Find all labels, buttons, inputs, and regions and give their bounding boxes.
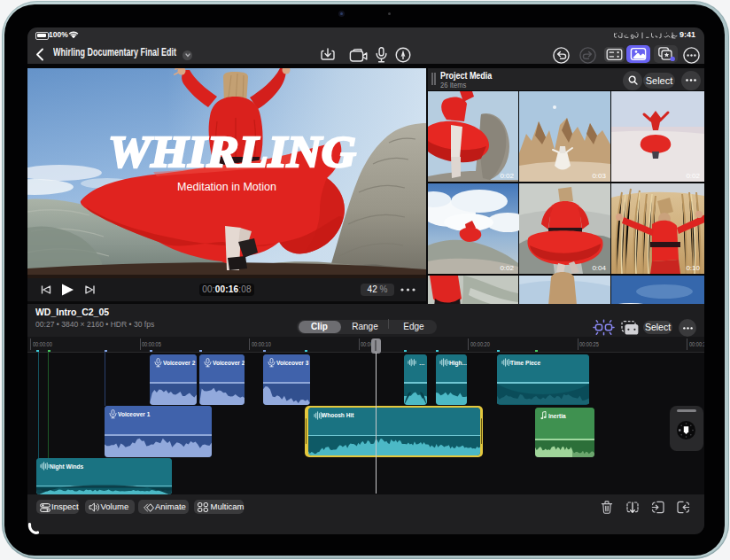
svg-text:0:03: 0:03	[592, 172, 606, 180]
svg-text:0:02: 0:02	[686, 172, 700, 180]
svg-text:0:04: 0:04	[592, 264, 606, 272]
svg-text:0:10: 0:10	[686, 264, 700, 272]
svg-text:WHIRLING: WHIRLING	[108, 127, 356, 176]
svg-text:Meditation in Motion: Meditation in Motion	[177, 181, 276, 193]
svg-text:0:02: 0:02	[500, 172, 514, 180]
svg-text:0:02: 0:02	[500, 264, 514, 272]
